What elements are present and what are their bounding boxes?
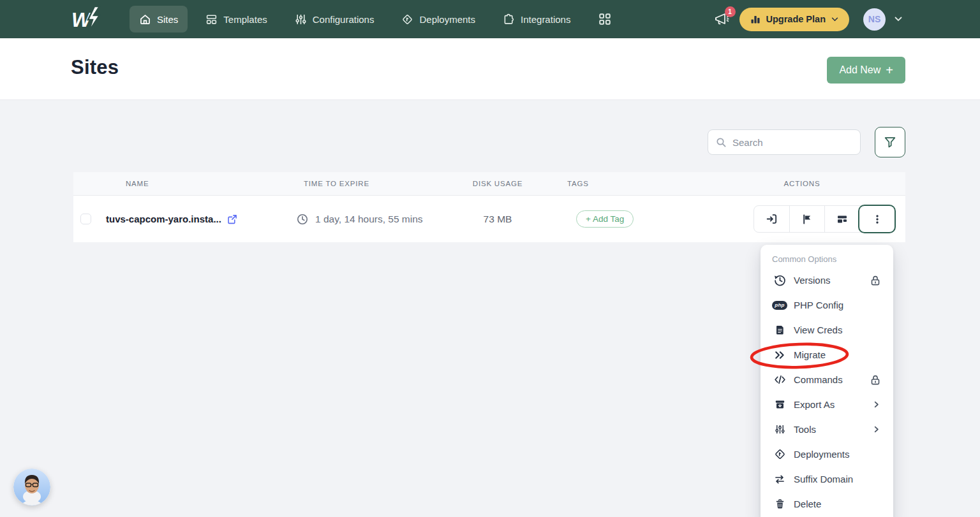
lock-icon: [869, 374, 882, 386]
chevron-right-icon: [871, 424, 882, 435]
nav-item-label: Sites: [157, 14, 178, 25]
support-agent-photo: [13, 469, 50, 506]
double-chevron-icon: [774, 349, 785, 361]
main-nav: Sites Templates Configurations Deploymen…: [130, 6, 611, 33]
brand-logo[interactable]: W: [71, 6, 102, 32]
menu-item-label: Deployments: [794, 449, 850, 460]
funnel-icon: [884, 136, 896, 149]
magic-login-button[interactable]: [754, 206, 789, 232]
chat-launcher-avatar[interactable]: [13, 469, 50, 506]
top-navbar: W Sites Templates Configurations: [0, 0, 980, 38]
menu-item-deployments[interactable]: Deployments: [761, 442, 893, 467]
nav-item-sites[interactable]: Sites: [130, 6, 188, 33]
deployments-icon: [774, 448, 786, 460]
search-box: [708, 129, 861, 155]
column-header-actions: ACTIONS: [699, 180, 905, 187]
upgrade-plan-label: Upgrade Plan: [766, 14, 826, 24]
site-name-link[interactable]: tuvs-capcom-yaro.insta...: [106, 214, 221, 224]
nav-item-label: Configurations: [313, 14, 375, 25]
search-icon: [716, 137, 727, 148]
lock-icon: [869, 274, 882, 287]
row-checkbox[interactable]: [80, 214, 91, 224]
nav-item-templates[interactable]: Templates: [196, 6, 276, 33]
deployments-icon: [401, 13, 413, 25]
puzzle-icon: [503, 13, 515, 25]
document-icon: [775, 324, 785, 335]
apps-grid-icon[interactable]: [598, 13, 611, 25]
row-context-menu: Common Options Versions php PHP Config V…: [761, 245, 893, 517]
template-view-button[interactable]: [824, 206, 859, 232]
menu-item-label: Versions: [794, 275, 831, 286]
chevron-right-icon: [871, 399, 882, 410]
swap-arrows-icon: [774, 474, 785, 485]
user-avatar[interactable]: NS: [863, 8, 886, 31]
plus-icon: +: [886, 64, 893, 76]
menu-item-view-creds[interactable]: View Creds: [761, 317, 893, 342]
menu-item-label: View Creds: [794, 324, 842, 335]
history-icon: [774, 274, 786, 286]
add-tag-button[interactable]: + Add Tag: [576, 210, 634, 228]
menu-item-label: Migrate: [794, 349, 826, 360]
code-icon: [774, 374, 786, 386]
menu-item-versions[interactable]: Versions: [761, 268, 893, 293]
account-chevron-down-icon[interactable]: [895, 17, 902, 22]
menu-item-suffix-domain[interactable]: Suffix Domain: [761, 467, 893, 492]
tools-sliders-icon: [775, 424, 785, 435]
home-icon: [139, 13, 151, 25]
nav-item-label: Integrations: [521, 14, 570, 25]
disk-usage-value: 73 MB: [456, 214, 539, 225]
time-to-expire-value: 1 day, 14 hours, 55 mins: [315, 214, 423, 225]
templates-icon: [205, 13, 218, 25]
menu-item-delete[interactable]: Delete: [761, 492, 893, 516]
bar-chart-icon: [750, 14, 761, 24]
flag-button[interactable]: [789, 206, 824, 232]
filter-button[interactable]: [875, 127, 905, 157]
row-actions-group: [754, 205, 895, 233]
menu-item-label: Export As: [794, 399, 835, 410]
column-header-tags: TAGS: [539, 180, 699, 187]
announcements-button[interactable]: 1: [713, 11, 731, 28]
php-icon: php: [772, 301, 787, 310]
add-new-label: Add New: [839, 64, 880, 76]
flag-icon: [801, 214, 813, 225]
more-options-button[interactable]: [859, 206, 895, 232]
menu-item-migrate[interactable]: Migrate: [761, 342, 893, 367]
login-icon: [766, 213, 778, 225]
nav-item-configurations[interactable]: Configurations: [285, 6, 384, 33]
external-link-icon[interactable]: [227, 214, 237, 224]
notification-badge: 1: [725, 6, 736, 17]
menu-item-label: PHP Config: [794, 300, 843, 310]
clock-icon: [297, 214, 308, 225]
nav-item-label: Templates: [223, 14, 267, 25]
chevron-down-icon: [831, 17, 838, 22]
column-header-disk-usage: DISK USAGE: [456, 180, 539, 187]
sliders-icon: [295, 13, 307, 25]
template-icon: [836, 214, 848, 225]
nav-item-label: Deployments: [419, 14, 475, 25]
table-header: NAME TIME TO EXPIRE DISK USAGE TAGS ACTI…: [73, 172, 905, 196]
add-new-button[interactable]: Add New +: [827, 57, 905, 84]
menu-section-label: Common Options: [772, 254, 893, 264]
export-icon: [775, 399, 785, 410]
column-header-name: NAME: [73, 180, 284, 187]
page-header: Sites Add New +: [0, 38, 980, 100]
menu-item-php-config[interactable]: php PHP Config: [761, 293, 893, 317]
nav-item-deployments[interactable]: Deployments: [392, 6, 485, 33]
menu-item-export-as[interactable]: Export As: [761, 392, 893, 417]
nav-item-integrations[interactable]: Integrations: [493, 6, 580, 33]
menu-item-commands[interactable]: Commands: [761, 367, 893, 392]
menu-item-label: Tools: [794, 424, 816, 435]
navbar-right-cluster: 1 Upgrade Plan NS: [713, 0, 902, 38]
menu-item-tools[interactable]: Tools: [761, 417, 893, 442]
kebab-icon: [872, 214, 883, 225]
column-header-time-to-expire: TIME TO EXPIRE: [284, 180, 456, 187]
menu-item-label: Suffix Domain: [794, 474, 853, 484]
menu-item-label: Delete: [794, 499, 821, 509]
search-input[interactable]: [732, 137, 852, 148]
menu-item-label: Commands: [794, 374, 843, 385]
table-row: tuvs-capcom-yaro.insta... 1 day, 14 hour…: [73, 196, 905, 242]
trash-icon: [775, 499, 785, 509]
page-title: Sites: [71, 56, 119, 79]
upgrade-plan-button[interactable]: Upgrade Plan: [739, 8, 849, 31]
sites-table: NAME TIME TO EXPIRE DISK USAGE TAGS ACTI…: [73, 172, 905, 242]
